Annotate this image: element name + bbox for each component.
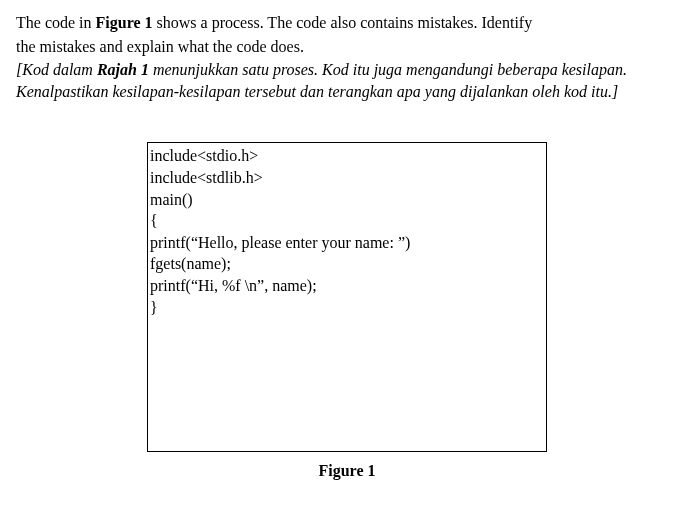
code-line-9: printf(“Hi, %f \n”, name); [150,275,544,297]
code-line-6: printf(“Hello, please enter your name: ”… [150,232,544,254]
code-line-4: main() [150,189,544,211]
code-container: include<stdio.h>include<stdlib.h>main(){… [16,142,678,452]
question-english: The code in Figure 1 shows a process. Th… [16,12,678,34]
figure-reference-malay: Rajah 1 [97,61,149,78]
code-line-11: } [150,297,544,319]
code-box: include<stdio.h>include<stdlib.h>main(){… [147,142,547,452]
question-text-part2: shows a process. The code also contains … [153,14,533,31]
translation-line2: Kenalpastikan kesilapan-kesilapan terseb… [16,83,618,100]
question-text-line2: the mistakes and explain what the code d… [16,38,304,55]
code-line-1: include<stdio.h> [150,145,544,167]
question-malay: [Kod dalam Rajah 1 menunjukkan satu pros… [16,59,678,81]
translation-part2: menunjukkan satu proses. Kod itu juga me… [149,61,627,78]
question-text-part1: The code in [16,14,96,31]
code-line-7: fgets(name); [150,253,544,275]
translation-part1: [Kod dalam [16,61,97,78]
question-english-line2: the mistakes and explain what the code d… [16,36,678,58]
code-line-2: include<stdlib.h> [150,167,544,189]
figure-reference: Figure 1 [96,14,153,31]
figure-caption: Figure 1 [16,462,678,480]
code-line-5: { [150,210,544,232]
question-malay-line2: Kenalpastikan kesilapan-kesilapan terseb… [16,81,678,103]
